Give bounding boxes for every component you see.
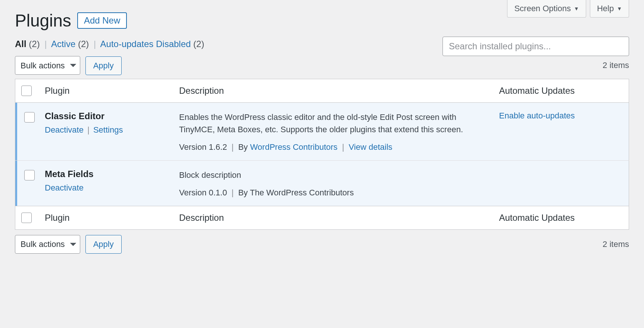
chevron-down-icon: ▼ [574,6,579,12]
help-label: Help [597,4,614,13]
row-checkbox[interactable] [24,112,35,123]
col-description-footer[interactable]: Description [175,206,495,229]
page-title: Plugins [15,0,71,31]
plugin-name: Meta Fields [45,169,170,179]
apply-button-bottom[interactable]: Apply [85,235,122,254]
help-button[interactable]: Help ▼ [590,0,629,18]
filter-all-count: (2) [29,39,40,49]
screen-options-label: Screen Options [514,4,571,13]
col-plugin-header[interactable]: Plugin [40,79,175,102]
items-count-bottom: 2 items [603,239,629,249]
table-row: Classic Editor Deactivate | Settings Ena… [15,102,629,160]
deactivate-link[interactable]: Deactivate [45,183,84,192]
apply-button-top[interactable]: Apply [85,56,122,75]
bulk-actions-select-top[interactable]: Bulk actions [15,56,80,75]
by-label: By [238,142,248,152]
screen-options-button[interactable]: Screen Options ▼ [507,0,586,18]
chevron-down-icon: ▼ [617,6,622,12]
col-plugin-footer[interactable]: Plugin [40,206,175,229]
plugin-author: The WordPress Contributors [250,188,354,197]
plugin-version: Version 1.6.2 [179,142,227,152]
select-all-bottom[interactable] [21,213,32,223]
plugin-author-link[interactable]: WordPress Contributors [250,142,337,152]
plugin-description: Enables the WordPress classic editor and… [179,111,490,136]
enable-auto-updates-link[interactable]: Enable auto-updates [499,111,575,120]
plugin-version: Version 0.1.0 [179,188,227,197]
col-description-header[interactable]: Description [175,79,495,102]
plugins-table: Plugin Description Automatic Updates Cla… [15,79,629,230]
plugin-name: Classic Editor [45,111,170,121]
select-all-top[interactable] [21,86,32,96]
add-new-button[interactable]: Add New [77,12,127,29]
filter-active-count: (2) [78,39,89,49]
filter-auto-disabled[interactable]: Auto-updates Disabled [100,39,191,49]
table-row: Meta Fields Deactivate Block description… [15,160,629,206]
filter-all[interactable]: All [15,39,26,49]
plugin-description: Block description [179,169,490,181]
by-label: By [238,188,248,197]
col-auto-header[interactable]: Automatic Updates [495,79,629,102]
filter-active[interactable]: Active [51,39,75,49]
settings-link[interactable]: Settings [93,125,123,134]
view-details-link[interactable]: View details [349,142,393,152]
row-checkbox[interactable] [24,170,35,180]
deactivate-link[interactable]: Deactivate [45,125,84,134]
filter-auto-disabled-count: (2) [193,39,204,49]
bulk-actions-select-bottom[interactable]: Bulk actions [15,235,80,254]
items-count-top: 2 items [603,61,629,70]
col-auto-footer[interactable]: Automatic Updates [495,206,629,229]
search-input[interactable] [443,37,629,56]
